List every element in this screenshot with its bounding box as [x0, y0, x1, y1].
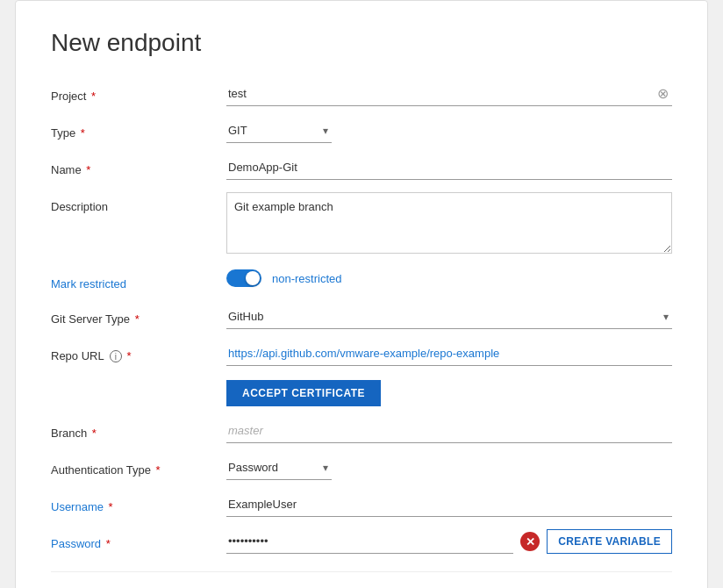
mark-restricted-control: non-restricted [226, 269, 672, 287]
password-control: ✕ CREATE VARIABLE [226, 529, 672, 554]
toggle-label: non-restricted [272, 272, 341, 285]
name-label: Name * [51, 155, 226, 178]
password-error-icon: ✕ [520, 532, 540, 551]
description-textarea[interactable]: Git example branch [226, 192, 672, 254]
type-label: Type * [51, 118, 226, 141]
username-input[interactable] [226, 492, 672, 517]
project-input[interactable] [226, 82, 672, 106]
auth-type-control: Password Token SSH ▾ [226, 455, 672, 480]
branch-row: Branch * [51, 419, 672, 443]
git-server-type-row: Git Server Type * GitHub GitLab Bitbucke… [51, 305, 672, 329]
repo-url-control: ACCEPT CERTIFICATE [226, 341, 672, 406]
name-control [226, 155, 672, 180]
username-label: Username * [51, 492, 226, 515]
name-input[interactable] [226, 155, 672, 180]
mark-restricted-toggle[interactable] [226, 269, 261, 287]
dialog-title: New endpoint [51, 29, 672, 57]
branch-control [226, 419, 672, 443]
repo-url-row: Repo URL i * ACCEPT CERTIFICATE [51, 341, 672, 406]
mark-restricted-label: Mark restricted [51, 269, 226, 292]
type-row: Type * GIT SVN Perforce ▾ [51, 118, 672, 143]
password-label: Password * [51, 529, 226, 552]
create-variable-button[interactable]: CREATE VARIABLE [547, 529, 672, 554]
project-control: ⊗ [226, 82, 672, 106]
footer-divider [51, 571, 672, 572]
repo-url-label: Repo URL i * [51, 341, 226, 364]
new-endpoint-dialog: New endpoint Project * ⊗ Type * GIT SVN … [15, 0, 708, 588]
username-row: Username * [51, 492, 672, 517]
description-control: Git example branch [226, 192, 672, 257]
username-control [226, 492, 672, 517]
project-label: Project * [51, 82, 226, 104]
name-row: Name * [51, 155, 672, 180]
git-server-type-control: GitHub GitLab Bitbucket ▾ [226, 305, 672, 329]
description-row: Description Git example branch [51, 192, 672, 257]
accept-certificate-button[interactable]: ACCEPT CERTIFICATE [226, 380, 381, 406]
type-select[interactable]: GIT SVN Perforce [226, 118, 332, 143]
type-control: GIT SVN Perforce ▾ [226, 118, 672, 143]
password-input[interactable] [226, 529, 513, 554]
auth-type-label: Authentication Type * [51, 455, 226, 478]
repo-url-input[interactable] [226, 341, 672, 366]
project-clear-icon[interactable]: ⊗ [657, 87, 669, 101]
project-row: Project * ⊗ [51, 82, 672, 106]
mark-restricted-row: Mark restricted non-restricted [51, 269, 672, 292]
password-row: Password * ✕ CREATE VARIABLE [51, 529, 672, 554]
auth-type-row: Authentication Type * Password Token SSH… [51, 455, 672, 480]
toggle-knob [246, 271, 260, 285]
description-label: Description [51, 192, 226, 215]
branch-label: Branch * [51, 419, 226, 441]
repo-url-info-icon[interactable]: i [110, 350, 122, 362]
branch-input[interactable] [226, 419, 672, 443]
git-server-type-label: Git Server Type * [51, 305, 226, 327]
auth-type-select[interactable]: Password Token SSH [226, 455, 332, 480]
git-server-type-select[interactable]: GitHub GitLab Bitbucket [226, 305, 672, 329]
